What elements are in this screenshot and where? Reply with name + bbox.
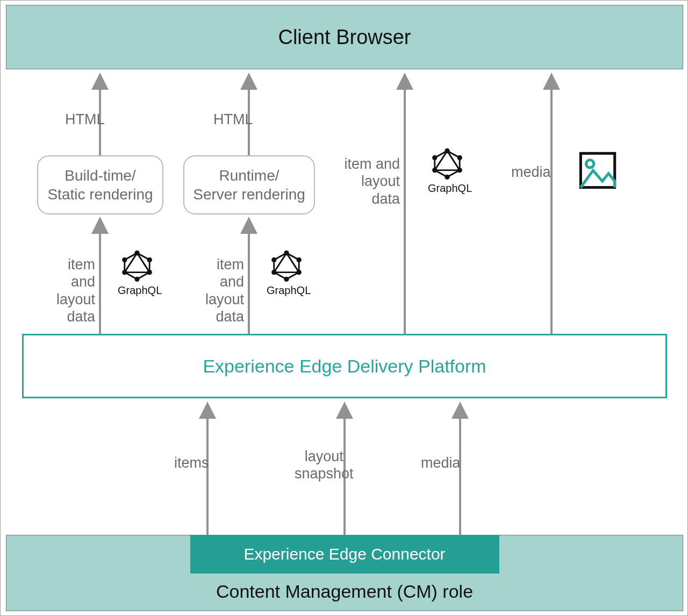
graphql-icon-2: [271, 250, 302, 282]
svg-point-20: [297, 257, 302, 262]
runtime-block: Runtime/ Server rendering: [183, 155, 315, 214]
svg-point-15: [122, 270, 127, 275]
svg-point-22: [284, 277, 289, 282]
layout-snapshot-label: layout snapshot: [295, 448, 354, 483]
svg-point-28: [457, 155, 462, 160]
svg-point-30: [445, 175, 449, 180]
svg-point-13: [147, 270, 152, 275]
svg-marker-18: [274, 253, 299, 273]
svg-point-23: [271, 270, 276, 275]
graphql-icon-3: [432, 148, 463, 180]
edge-connector-block: Experience Edge Connector: [190, 535, 499, 574]
item-layout-label-3: item and layout data: [343, 155, 400, 207]
diagram-canvas: Client Browser HTML HTML Build-time/ Sta…: [0, 0, 688, 616]
graphql-icon-1: [121, 250, 153, 282]
edge-platform-label: Experience Edge Delivery Platform: [203, 356, 486, 377]
media-label-bottom: media: [421, 454, 461, 471]
svg-marker-10: [125, 253, 149, 273]
svg-point-31: [432, 168, 437, 173]
html-label-2: HTML: [213, 111, 253, 128]
svg-point-32: [432, 155, 437, 160]
graphql-label-1: GraphQL: [118, 284, 162, 297]
graphql-label-3: GraphQL: [428, 182, 472, 195]
build-time-label: Build-time/ Static rendering: [47, 166, 153, 204]
svg-point-21: [297, 270, 302, 275]
arrows-layer: [1, 1, 688, 616]
svg-point-19: [284, 250, 289, 255]
svg-point-11: [134, 250, 139, 255]
item-layout-label-2: item and layout data: [190, 256, 244, 326]
edge-connector-label: Experience Edge Connector: [243, 545, 445, 563]
item-layout-label-1: item and layout data: [41, 256, 95, 326]
items-label: items: [174, 454, 209, 471]
html-label-1: HTML: [65, 111, 105, 128]
client-browser-block: Client Browser: [6, 5, 683, 69]
edge-platform-block: Experience Edge Delivery Platform: [22, 334, 667, 398]
svg-point-12: [147, 257, 152, 262]
svg-point-24: [271, 257, 276, 262]
cm-role-block: Experience Edge Connector Content Manage…: [6, 535, 683, 611]
svg-point-16: [122, 257, 127, 262]
svg-point-14: [134, 277, 139, 282]
cm-role-label: Content Management (CM) role: [216, 581, 473, 602]
client-browser-label: Client Browser: [278, 26, 411, 49]
media-label-top: media: [511, 163, 551, 181]
image-icon: [578, 151, 617, 190]
svg-marker-26: [435, 151, 460, 170]
svg-point-34: [586, 160, 593, 168]
runtime-label: Runtime/ Server rendering: [193, 166, 305, 204]
svg-point-29: [457, 168, 462, 173]
graphql-label-2: GraphQL: [267, 284, 311, 297]
svg-point-27: [445, 148, 449, 153]
build-time-block: Build-time/ Static rendering: [37, 155, 163, 214]
